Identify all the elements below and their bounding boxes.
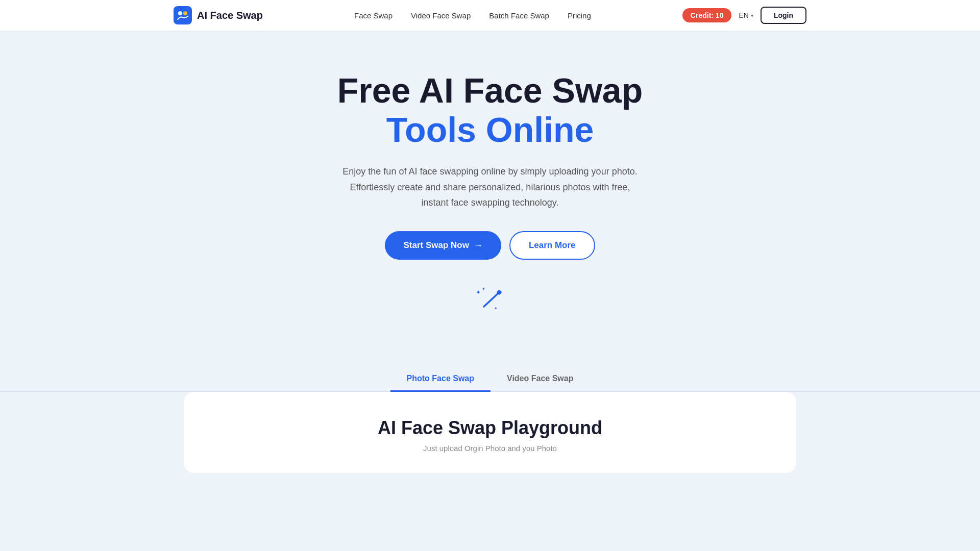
navbar-links: Face Swap Video Face Swap Batch Face Swa…: [354, 11, 591, 20]
tab-video-face-swap[interactable]: Video Face Swap: [491, 367, 590, 392]
svg-text:✦: ✦: [476, 289, 481, 296]
svg-line-6: [484, 292, 499, 307]
svg-text:✦: ✦: [482, 287, 485, 291]
nav-pricing[interactable]: Pricing: [568, 11, 591, 20]
magic-icon-container: ✦ ✦ ✦: [10, 285, 970, 316]
svg-text:✦: ✦: [494, 306, 498, 311]
chevron-down-icon: ▾: [751, 13, 753, 18]
playground-title: AI Face Swap Playground: [204, 417, 776, 439]
hero-buttons: Start Swap Now → Learn More: [10, 231, 970, 260]
nav-video-face-swap[interactable]: Video Face Swap: [411, 11, 471, 20]
navbar: AI Face Swap Face Swap Video Face Swap B…: [0, 0, 980, 31]
nav-batch-face-swap[interactable]: Batch Face Swap: [489, 11, 549, 20]
tab-photo-face-swap[interactable]: Photo Face Swap: [390, 367, 491, 392]
svg-point-2: [183, 11, 187, 15]
tabs-section: Photo Face Swap Video Face Swap: [0, 367, 980, 392]
playground-subtitle: Just upload Orgin Photo and you Photo: [204, 444, 776, 453]
brand-name: AI Face Swap: [197, 10, 263, 21]
brand-logo-icon: [174, 6, 192, 24]
hero-title-line1: Free AI Face Swap: [10, 71, 970, 110]
arrow-icon: →: [474, 240, 483, 251]
playground-section: AI Face Swap Playground Just upload Orgi…: [184, 392, 796, 473]
credit-badge: Credit: 10: [682, 8, 732, 22]
start-swap-button[interactable]: Start Swap Now →: [385, 231, 501, 260]
login-button[interactable]: Login: [761, 7, 806, 24]
hero-title-line2: Tools Online: [10, 110, 970, 149]
hero-section: Free AI Face Swap Tools Online Enjoy the…: [0, 31, 980, 336]
magic-wand-icon: ✦ ✦ ✦: [475, 285, 505, 316]
svg-point-1: [178, 11, 182, 15]
lang-selector[interactable]: EN ▾: [739, 11, 753, 19]
learn-more-button[interactable]: Learn More: [509, 231, 595, 260]
svg-rect-0: [174, 6, 192, 24]
hero-subtitle: Enjoy the fun of AI face swapping online…: [337, 164, 643, 211]
start-swap-label: Start Swap Now: [403, 240, 469, 251]
brand-logo-link[interactable]: AI Face Swap: [174, 6, 263, 24]
navbar-right: Credit: 10 EN ▾ Login: [682, 7, 806, 24]
lang-label: EN: [739, 11, 748, 19]
nav-face-swap[interactable]: Face Swap: [354, 11, 393, 20]
